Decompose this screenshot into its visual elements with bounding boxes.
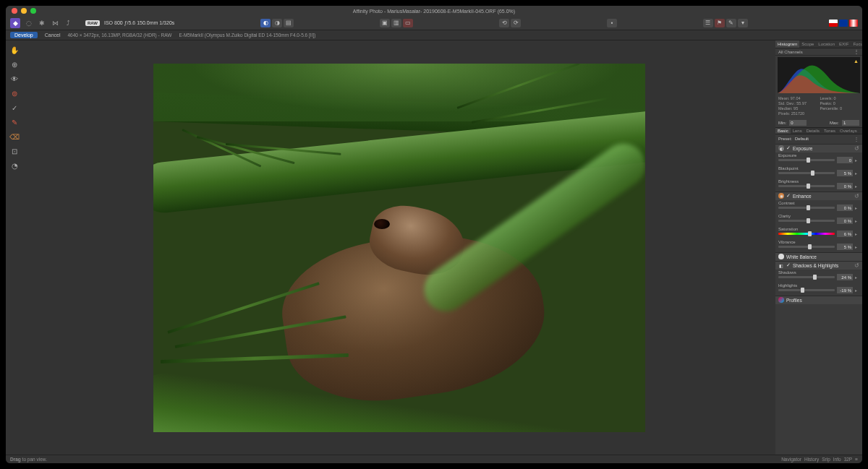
blemish-tool-icon[interactable]: ✓ xyxy=(9,103,20,113)
shadows-track-0[interactable] xyxy=(778,276,835,278)
exposure-track-2[interactable] xyxy=(778,185,835,187)
single-view-button[interactable]: ▪ xyxy=(607,19,617,27)
enhance-track-0[interactable] xyxy=(778,207,835,209)
enhance-slider-vibrance: Vibrance5 %▸ xyxy=(775,239,862,252)
min-label: Min: xyxy=(778,121,786,125)
section-exposure[interactable]: ◐ ✓ Exposure ↺ xyxy=(775,144,862,152)
preset-value[interactable]: Default xyxy=(795,137,851,141)
before-after-button[interactable]: ▣ xyxy=(380,19,390,27)
exposure-stepper-2[interactable]: ▸ xyxy=(855,184,859,189)
status-tab-history[interactable]: History xyxy=(804,457,819,462)
enhance-track-2[interactable] xyxy=(778,233,835,235)
subtab-tones[interactable]: Tones xyxy=(822,128,838,134)
enhance-value-1[interactable]: 0 % xyxy=(837,218,853,224)
persona-photo-icon[interactable]: ◆ xyxy=(10,18,20,28)
view-tool-icon[interactable]: 👁 xyxy=(9,74,20,84)
shadows-stepper-1[interactable]: ▸ xyxy=(855,288,859,293)
hand-tool-icon[interactable]: ✋ xyxy=(9,45,20,55)
crop-tool-icon[interactable]: ⊡ xyxy=(9,146,20,156)
flag-icon-3[interactable] xyxy=(849,20,858,27)
enhance-stepper-3[interactable]: ▸ xyxy=(855,244,859,249)
exposure-stepper-0[interactable]: ▸ xyxy=(855,158,859,163)
overlay-paint-icon[interactable]: ✎ xyxy=(9,117,20,127)
status-tab-navigator[interactable]: Navigator xyxy=(781,457,801,462)
rotate-right-button[interactable]: ⟳ xyxy=(511,19,521,27)
shadows-stepper-0[interactable]: ▸ xyxy=(855,275,859,280)
assistant-button[interactable]: ☰ xyxy=(703,19,713,27)
max-input[interactable] xyxy=(842,120,859,126)
channel-selector[interactable]: All Channels ⋮ xyxy=(775,48,862,56)
status-tab-srip[interactable]: Srip xyxy=(822,457,830,462)
exposure-track-0[interactable] xyxy=(778,159,835,161)
rotate-left-button[interactable]: ⟲ xyxy=(499,19,509,27)
tab-exif[interactable]: EXIF xyxy=(837,40,851,48)
close-icon[interactable] xyxy=(12,8,17,14)
shadows-value-0[interactable]: 24 % xyxy=(837,274,853,280)
exposure-track-1[interactable] xyxy=(778,172,835,174)
channel-menu-icon[interactable]: ⋮ xyxy=(854,48,859,55)
tab-focus[interactable]: Focus xyxy=(851,40,862,48)
clip-highlights-button[interactable]: ◑ xyxy=(272,19,282,27)
exposure-value-0[interactable]: 0 xyxy=(837,157,853,163)
mirror-button[interactable]: ▭ xyxy=(403,19,413,27)
wb-picker-icon[interactable]: ◔ xyxy=(9,160,20,171)
enhance-track-1[interactable] xyxy=(778,220,835,222)
subtab-lens[interactable]: Lens xyxy=(791,128,804,134)
enhance-check-icon[interactable]: ✓ xyxy=(786,193,791,199)
shadows-check-icon[interactable]: ✓ xyxy=(786,262,791,268)
shadows-track-1[interactable] xyxy=(778,289,835,291)
histogram[interactable]: ▲ xyxy=(778,57,860,93)
enhance-track-3[interactable] xyxy=(778,246,835,248)
redeye-tool-icon[interactable]: ⊚ xyxy=(9,88,20,98)
preset-menu-icon[interactable]: ⋮ xyxy=(854,136,859,142)
exposure-check-icon[interactable]: ✓ xyxy=(786,145,791,151)
enhance-reset-icon[interactable]: ↺ xyxy=(854,193,859,199)
sync-button[interactable]: ▥ xyxy=(391,19,401,27)
clip-tones-button[interactable]: ▤ xyxy=(284,19,294,27)
section-whitebalance[interactable]: White Balance xyxy=(775,252,862,261)
status-tab-32p[interactable]: 32P xyxy=(844,457,853,462)
tab-scope[interactable]: Scope xyxy=(799,40,816,48)
tab-location[interactable]: Location xyxy=(816,40,837,48)
shadows-reset-icon[interactable]: ↺ xyxy=(854,262,859,269)
persona-liquify-icon[interactable]: ◌ xyxy=(25,19,33,27)
section-shadows[interactable]: ◧ ✓ Shadows & Highlights ↺ xyxy=(775,261,862,270)
enhance-value-2[interactable]: 6 % xyxy=(837,231,853,237)
subtab-details[interactable]: Details xyxy=(804,128,822,134)
zoom-tool-icon[interactable]: ⊕ xyxy=(9,59,20,69)
image-canvas xyxy=(153,64,645,432)
persona-tone-icon[interactable]: ⋈ xyxy=(51,19,59,27)
overlay-erase-icon[interactable]: ⌫ xyxy=(9,132,20,142)
exposure-value-1[interactable]: 5 % xyxy=(837,170,853,176)
status-tab-info[interactable]: Info xyxy=(833,457,841,462)
clip-shadows-button[interactable]: ◐ xyxy=(260,19,271,27)
settings-button[interactable]: ✎ xyxy=(726,19,736,27)
exposure-value-2[interactable]: 0 % xyxy=(837,183,853,189)
tab-histogram[interactable]: Histogram xyxy=(775,40,799,48)
subtab-overlays[interactable]: Overlays xyxy=(838,128,859,134)
zoom-icon[interactable] xyxy=(30,8,36,14)
shadows-value-1[interactable]: -19 % xyxy=(837,287,853,293)
status-menu-icon[interactable]: ≡ xyxy=(855,457,858,462)
enhance-stepper-0[interactable]: ▸ xyxy=(855,205,859,210)
flag-icon-2[interactable] xyxy=(839,20,848,27)
flag-icon-1[interactable] xyxy=(829,20,838,27)
develop-button[interactable]: Develop xyxy=(10,32,38,38)
cancel-button[interactable]: Cancel xyxy=(45,33,61,38)
exposure-stepper-1[interactable]: ▸ xyxy=(855,171,859,176)
exposure-reset-icon[interactable]: ↺ xyxy=(854,145,859,152)
subtab-basic[interactable]: Basic xyxy=(775,128,791,134)
persona-develop-icon[interactable]: ✱ xyxy=(38,19,46,27)
prefs-button[interactable]: ⚑ xyxy=(715,19,725,27)
enhance-value-0[interactable]: 0 % xyxy=(837,205,853,211)
enhance-stepper-1[interactable]: ▸ xyxy=(855,218,859,223)
dropdown-button[interactable]: ▾ xyxy=(738,19,748,27)
minimize-icon[interactable] xyxy=(21,8,27,14)
viewport[interactable] xyxy=(23,40,775,455)
section-enhance[interactable]: ✺ ✓ Enhance ↺ xyxy=(775,192,862,200)
persona-export-icon[interactable]: ⤴ xyxy=(64,19,72,27)
min-input[interactable] xyxy=(789,120,807,126)
enhance-stepper-2[interactable]: ▸ xyxy=(855,231,859,236)
enhance-value-3[interactable]: 5 % xyxy=(837,244,853,250)
section-profiles[interactable]: Profiles xyxy=(775,296,862,304)
